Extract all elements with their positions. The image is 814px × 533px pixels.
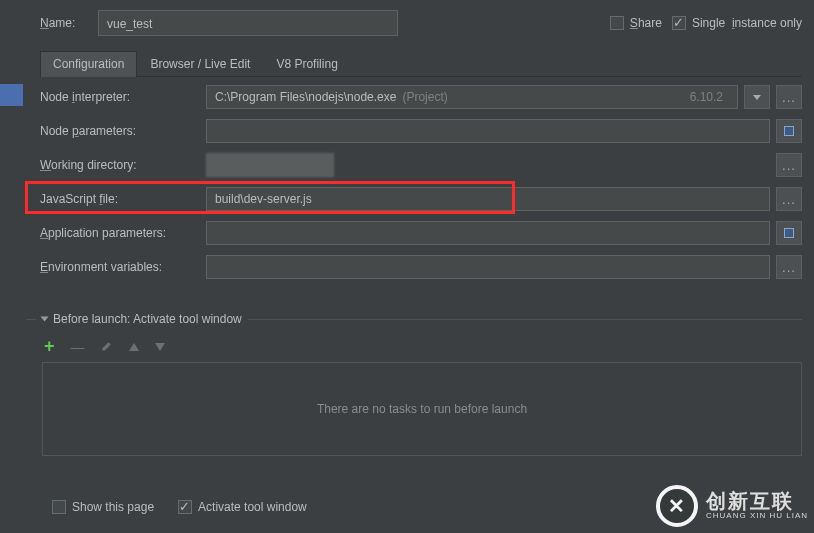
tasks-list[interactable]: There are no tasks to run before launch: [42, 362, 802, 456]
application-parameters-expand-button[interactable]: [776, 221, 802, 245]
row-node-interpreter: Node interpreter: C:\Program Files\nodej…: [40, 80, 802, 114]
node-interpreter-project-suffix: (Project): [402, 85, 447, 109]
row-javascript-file: JavaScript file: build\dev-server.js ...: [40, 182, 802, 216]
checkbox-icon: [52, 500, 66, 514]
javascript-file-field[interactable]: build\dev-server.js: [206, 187, 770, 211]
working-directory-field[interactable]: [206, 153, 334, 177]
application-parameters-field[interactable]: [206, 221, 770, 245]
expand-icon: [783, 227, 795, 239]
javascript-file-browse-button[interactable]: ...: [776, 187, 802, 211]
share-checkbox[interactable]: Share: [610, 16, 662, 30]
watermark-en: CHUANG XIN HU LIAN: [706, 512, 808, 520]
tab-configuration[interactable]: Configuration: [40, 51, 137, 77]
add-task-button[interactable]: +: [44, 336, 55, 357]
pencil-icon: [101, 340, 113, 352]
checkbox-icon: [610, 16, 624, 30]
activate-tool-window-label: Activate tool window: [198, 500, 307, 514]
name-input[interactable]: vue_test: [98, 10, 398, 36]
collapse-icon: [41, 317, 49, 322]
node-interpreter-browse-button[interactable]: ...: [776, 85, 802, 109]
working-directory-label: Working directory:: [40, 158, 206, 172]
tab-browser-live-edit[interactable]: Browser / Live Edit: [137, 51, 263, 77]
environment-variables-browse-button[interactable]: ...: [776, 255, 802, 279]
chevron-down-icon: [753, 95, 761, 100]
show-this-page-checkbox[interactable]: Show this page: [52, 500, 154, 514]
watermark-logo-icon: ✕: [656, 485, 698, 527]
activate-tool-window-checkbox[interactable]: Activate tool window: [178, 500, 307, 514]
checkbox-icon: [672, 16, 686, 30]
environment-variables-field[interactable]: [206, 255, 770, 279]
selection-marker: [0, 84, 23, 106]
node-interpreter-label: Node interpreter:: [40, 90, 206, 104]
application-parameters-label: Application parameters:: [40, 226, 206, 240]
watermark: ✕ 创新互联 CHUANG XIN HU LIAN: [656, 485, 808, 527]
row-environment-variables: Environment variables: ...: [40, 250, 802, 284]
before-launch-section[interactable]: Before launch: Activate tool window: [26, 312, 802, 326]
node-parameters-field[interactable]: [206, 119, 770, 143]
header-row: Name: vue_test Share Single instance onl…: [40, 10, 802, 36]
row-node-parameters: Node parameters:: [40, 114, 802, 148]
edit-task-button[interactable]: [101, 339, 113, 355]
javascript-file-label: JavaScript file:: [40, 192, 206, 206]
watermark-cn: 创新互联: [706, 491, 808, 512]
environment-variables-label: Environment variables:: [40, 260, 206, 274]
show-this-page-label: Show this page: [72, 500, 154, 514]
name-label: Name:: [40, 16, 88, 30]
config-form: Node interpreter: C:\Program Files\nodej…: [40, 80, 802, 284]
left-gutter: [0, 0, 24, 533]
node-interpreter-value: C:\Program Files\nodejs\node.exe: [215, 85, 396, 109]
tab-bar: Configuration Browser / Live Edit V8 Pro…: [40, 50, 802, 77]
before-launch-title: Before launch: Activate tool window: [53, 312, 242, 326]
working-directory-browse-button[interactable]: ...: [776, 153, 802, 177]
remove-task-button[interactable]: —: [71, 339, 85, 355]
before-launch-toolbar: + —: [44, 336, 165, 357]
node-parameters-label: Node parameters:: [40, 124, 206, 138]
row-working-directory: Working directory: ...: [40, 148, 802, 182]
expand-icon: [783, 125, 795, 137]
row-application-parameters: Application parameters:: [40, 216, 802, 250]
move-down-button[interactable]: [155, 343, 165, 351]
node-interpreter-dropdown[interactable]: [744, 85, 770, 109]
node-interpreter-version: 6.10.2: [690, 85, 729, 109]
checkbox-icon: [178, 500, 192, 514]
node-interpreter-field[interactable]: C:\Program Files\nodejs\node.exe (Projec…: [206, 85, 738, 109]
tasks-empty-text: There are no tasks to run before launch: [317, 402, 527, 416]
single-instance-checkbox[interactable]: Single instance only: [672, 16, 802, 30]
move-up-button[interactable]: [129, 343, 139, 351]
tab-v8-profiling[interactable]: V8 Profiling: [263, 51, 350, 77]
node-parameters-expand-button[interactable]: [776, 119, 802, 143]
footer-options: Show this page Activate tool window: [52, 500, 307, 514]
